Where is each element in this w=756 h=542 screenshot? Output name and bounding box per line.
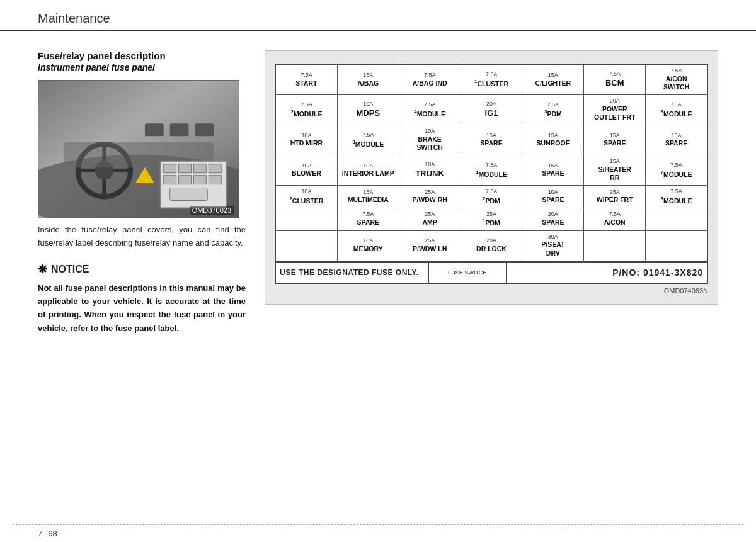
fuse-interior-lamp: 10A INTERIOR LAMP xyxy=(338,155,399,185)
notice-box: ❋ NOTICE Not all fuse panel descriptions… xyxy=(38,263,246,336)
fuse-start: 7.5A START xyxy=(276,65,338,94)
svg-rect-9 xyxy=(145,123,164,136)
fuse-wiper-frt: 25A WIPER FRT xyxy=(584,186,646,208)
fuse-sunroof: 15A SUNROOF xyxy=(522,125,584,155)
fuse-bcm: 7.5A BCM xyxy=(584,65,646,94)
fuse-spare-5: 10A SPARE xyxy=(522,186,584,208)
fuse-multimedia: 15A MULTIMEDIA xyxy=(338,186,399,208)
fuse-sheater-rr: 15A S/HEATERRR xyxy=(584,155,646,185)
fuse-use-text: USE THE DESIGNATED FUSE ONLY. xyxy=(276,263,429,283)
fuse-spare-3c: 15A SPARE xyxy=(646,125,707,155)
fuse-empty-6b xyxy=(646,208,707,230)
fuse-empty-6a xyxy=(276,208,338,230)
notice-label: NOTICE xyxy=(51,264,89,275)
fuse-grid: 7.5A START 15A A/BAG 7.5A A/BAG IND 7.5A… xyxy=(275,64,708,284)
fuse-brake-switch: 10A BRAKESWITCH xyxy=(399,125,461,155)
fuse-spare-3a: 15A SPARE xyxy=(461,125,523,155)
fuse-mdps: 10A MDPS xyxy=(338,95,399,125)
fuse-row-4: 10A BLOWER 10A INTERIOR LAMP 10A TRUNK 7… xyxy=(276,155,707,186)
fuse-empty-7b xyxy=(584,231,646,261)
fuse-bottom-row: USE THE DESIGNATED FUSE ONLY. FUSE SWITC… xyxy=(276,261,707,283)
fuse-row-5: 10A 2CLUSTER 15A MULTIMEDIA 25A P/WDW RH… xyxy=(276,186,707,208)
fuse-spare-4a: 15A SPARE xyxy=(522,155,584,185)
fuse-abag-ind: 7.5A A/BAG IND xyxy=(399,65,461,94)
image-label: OMD070023 xyxy=(190,206,234,215)
footer-divider xyxy=(45,529,45,538)
car-svg xyxy=(38,80,239,218)
page-footer: 7 68 xyxy=(0,524,756,542)
fuse-row-2: 7.5A 2MODULE 10A MDPS 7.5A 4MODULE 20A I… xyxy=(276,95,707,125)
fuse-spare-6a: 7.5A SPARE xyxy=(338,208,399,230)
fuse-empty-7a xyxy=(276,231,338,261)
fuse-module-6b: 7.5A 6MODULE xyxy=(646,186,707,208)
fuse-abag: 15A A/BAG xyxy=(338,65,399,94)
svg-rect-15 xyxy=(179,164,192,173)
fuse-module-3: 7.5A 3MODULE xyxy=(338,125,399,155)
notice-star-icon: ❋ xyxy=(38,263,47,276)
svg-rect-22 xyxy=(170,188,208,201)
page-num: 68 xyxy=(48,529,57,538)
fuse-diagram-container: 7.5A START 15A A/BAG 7.5A A/BAG IND 7.5A… xyxy=(265,50,718,305)
footer-page-num: 7 68 xyxy=(0,525,756,542)
fuse-module-1: 7.5A 1MODULE xyxy=(461,155,523,185)
fuse-blower: 10A BLOWER xyxy=(276,155,338,185)
fuse-row-7: 10A MEMORY 25A P/WDW LH 20A DR LOCK 30A … xyxy=(276,231,707,261)
fuse-row-1: 7.5A START 15A A/BAG 7.5A A/BAG IND 7.5A… xyxy=(276,65,707,95)
fuse-module-6a: 10A 6MODULE xyxy=(646,95,707,125)
fuse-pwdw-rh: 25A P/WDW RH xyxy=(399,186,461,208)
page-title: Maintenance xyxy=(38,11,718,26)
svg-rect-21 xyxy=(209,176,221,184)
fuse-cluster-1: 7.5A 1CLUSTER xyxy=(461,65,523,94)
fuse-pseat-drv: 30A P/SEATDRV xyxy=(522,231,584,261)
fuse-spare-3b: 15A SPARE xyxy=(584,125,646,155)
fuse-row-3: 10A HTD MIRR 7.5A 3MODULE 10A BRAKESWITC… xyxy=(276,125,707,155)
svg-rect-14 xyxy=(164,164,176,173)
svg-rect-18 xyxy=(164,176,176,184)
fuse-memory: 10A MEMORY xyxy=(338,231,399,261)
fuse-dr-lock: 20A DR LOCK xyxy=(461,231,523,261)
notice-title: ❋ NOTICE xyxy=(38,263,246,276)
car-image: OMD070023 xyxy=(38,80,239,218)
fuse-module-7: 7.5A 7MODULE xyxy=(646,155,707,185)
body-text: Inside the fuse/relay panel covers, you … xyxy=(38,223,246,250)
fuse-pdm-2: 7.5A 2PDM xyxy=(461,186,523,208)
svg-rect-11 xyxy=(195,123,214,136)
fuse-module-4: 7.5A 4MODULE xyxy=(399,95,461,125)
right-column: 7.5A START 15A A/BAG 7.5A A/BAG IND 7.5A… xyxy=(265,50,718,335)
car-image-inner xyxy=(38,81,239,218)
fuse-pdm-1: 25A 1PDM xyxy=(461,208,523,230)
fuse-acon: 7.5A A/CON xyxy=(584,208,646,230)
fuse-empty-7c xyxy=(646,231,707,261)
fuse-row-6: 7.5A SPARE 25A AMP 25A 1PDM 20A SPARE xyxy=(276,208,707,231)
section-subtitle: Instrument panel fuse panel xyxy=(38,62,246,72)
fuse-pwdw-lh: 25A P/WDW LH xyxy=(399,231,461,261)
page-section-num: 7 xyxy=(38,529,42,538)
left-column: Fuse/relay panel description Instrument … xyxy=(38,50,246,335)
fuse-pno-cell: P/NO: 91941-3X820 xyxy=(507,263,707,283)
svg-rect-20 xyxy=(193,176,206,184)
fuse-cluster-2: 10A 2CLUSTER xyxy=(276,186,338,208)
svg-rect-19 xyxy=(179,176,192,184)
fuse-amp: 25A AMP xyxy=(399,208,461,230)
fuse-pdm-3: 7.5A 3PDM xyxy=(522,95,584,125)
fuse-trunk: 10A TRUNK xyxy=(399,155,461,185)
main-content: Fuse/relay panel description Instrument … xyxy=(0,31,756,347)
section-title: Fuse/relay panel description xyxy=(38,50,246,61)
svg-rect-16 xyxy=(193,164,206,173)
fuse-acon-switch: 7.5A A/CONSWITCH xyxy=(646,65,707,94)
page-header: Maintenance xyxy=(0,0,756,31)
fuse-ig1: 20A IG1 xyxy=(461,95,523,125)
fuse-module-2: 7.5A 2MODULE xyxy=(276,95,338,125)
svg-rect-17 xyxy=(209,164,221,173)
fuse-power-outlet: 20A POWEROUTLET FRT xyxy=(584,95,646,125)
notice-text: Not all fuse panel descriptions in this … xyxy=(38,281,246,336)
fuse-switch-cell: FUSE SWITCH xyxy=(429,263,507,283)
svg-rect-10 xyxy=(170,123,189,136)
fuse-clighter: 15A C/LIGHTER xyxy=(522,65,584,94)
diagram-label: OMD074063N xyxy=(275,287,708,295)
fuse-spare-6b: 20A SPARE xyxy=(522,208,584,230)
fuse-htd-mirr: 10A HTD MIRR xyxy=(276,125,338,155)
